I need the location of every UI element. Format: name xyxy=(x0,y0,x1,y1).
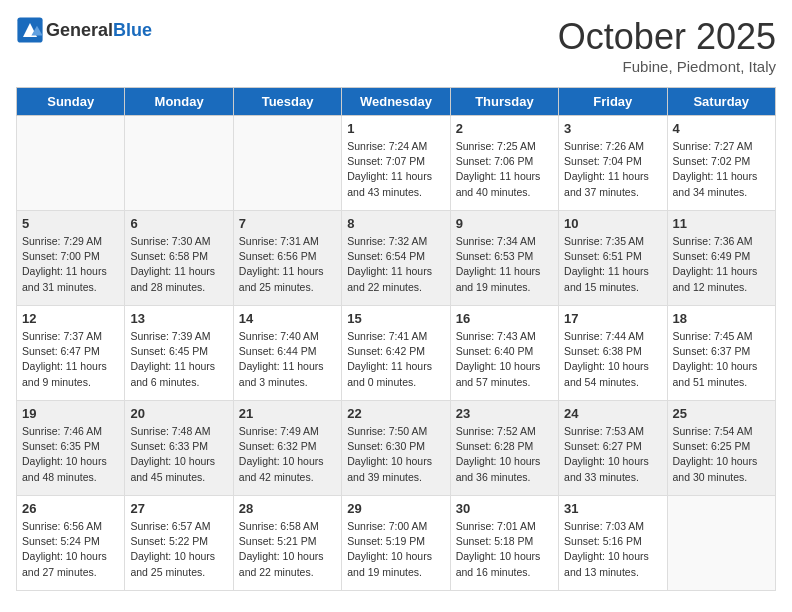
date-number: 28 xyxy=(239,501,336,516)
cell-info: Sunrise: 6:57 AM Sunset: 5:22 PM Dayligh… xyxy=(130,519,227,580)
calendar-cell: 28Sunrise: 6:58 AM Sunset: 5:21 PM Dayli… xyxy=(233,496,341,591)
date-number: 7 xyxy=(239,216,336,231)
cell-info: Sunrise: 7:25 AM Sunset: 7:06 PM Dayligh… xyxy=(456,139,553,200)
month-title: October 2025 xyxy=(558,16,776,58)
date-number: 17 xyxy=(564,311,661,326)
calendar-cell: 3Sunrise: 7:26 AM Sunset: 7:04 PM Daylig… xyxy=(559,116,667,211)
calendar-cell: 17Sunrise: 7:44 AM Sunset: 6:38 PM Dayli… xyxy=(559,306,667,401)
date-number: 26 xyxy=(22,501,119,516)
date-number: 10 xyxy=(564,216,661,231)
date-number: 18 xyxy=(673,311,770,326)
calendar-cell: 8Sunrise: 7:32 AM Sunset: 6:54 PM Daylig… xyxy=(342,211,450,306)
date-number: 25 xyxy=(673,406,770,421)
date-number: 12 xyxy=(22,311,119,326)
date-number: 5 xyxy=(22,216,119,231)
calendar-cell: 23Sunrise: 7:52 AM Sunset: 6:28 PM Dayli… xyxy=(450,401,558,496)
weekday-header-saturday: Saturday xyxy=(667,88,775,116)
date-number: 21 xyxy=(239,406,336,421)
calendar-cell: 12Sunrise: 7:37 AM Sunset: 6:47 PM Dayli… xyxy=(17,306,125,401)
cell-info: Sunrise: 7:48 AM Sunset: 6:33 PM Dayligh… xyxy=(130,424,227,485)
date-number: 11 xyxy=(673,216,770,231)
date-number: 14 xyxy=(239,311,336,326)
cell-info: Sunrise: 7:46 AM Sunset: 6:35 PM Dayligh… xyxy=(22,424,119,485)
logo-icon xyxy=(16,16,44,44)
cell-info: Sunrise: 7:29 AM Sunset: 7:00 PM Dayligh… xyxy=(22,234,119,295)
cell-info: Sunrise: 7:43 AM Sunset: 6:40 PM Dayligh… xyxy=(456,329,553,390)
cell-info: Sunrise: 7:32 AM Sunset: 6:54 PM Dayligh… xyxy=(347,234,444,295)
calendar-week-2: 5Sunrise: 7:29 AM Sunset: 7:00 PM Daylig… xyxy=(17,211,776,306)
date-number: 19 xyxy=(22,406,119,421)
cell-info: Sunrise: 7:01 AM Sunset: 5:18 PM Dayligh… xyxy=(456,519,553,580)
calendar-cell: 9Sunrise: 7:34 AM Sunset: 6:53 PM Daylig… xyxy=(450,211,558,306)
date-number: 13 xyxy=(130,311,227,326)
date-number: 20 xyxy=(130,406,227,421)
cell-info: Sunrise: 7:37 AM Sunset: 6:47 PM Dayligh… xyxy=(22,329,119,390)
cell-info: Sunrise: 7:27 AM Sunset: 7:02 PM Dayligh… xyxy=(673,139,770,200)
calendar-cell xyxy=(233,116,341,211)
date-number: 30 xyxy=(456,501,553,516)
calendar-cell xyxy=(667,496,775,591)
calendar-cell: 11Sunrise: 7:36 AM Sunset: 6:49 PM Dayli… xyxy=(667,211,775,306)
calendar-cell: 7Sunrise: 7:31 AM Sunset: 6:56 PM Daylig… xyxy=(233,211,341,306)
cell-info: Sunrise: 7:35 AM Sunset: 6:51 PM Dayligh… xyxy=(564,234,661,295)
calendar-cell xyxy=(17,116,125,211)
calendar-week-4: 19Sunrise: 7:46 AM Sunset: 6:35 PM Dayli… xyxy=(17,401,776,496)
calendar-cell: 6Sunrise: 7:30 AM Sunset: 6:58 PM Daylig… xyxy=(125,211,233,306)
calendar-cell: 19Sunrise: 7:46 AM Sunset: 6:35 PM Dayli… xyxy=(17,401,125,496)
calendar-table: SundayMondayTuesdayWednesdayThursdayFrid… xyxy=(16,87,776,591)
cell-info: Sunrise: 7:26 AM Sunset: 7:04 PM Dayligh… xyxy=(564,139,661,200)
cell-info: Sunrise: 7:39 AM Sunset: 6:45 PM Dayligh… xyxy=(130,329,227,390)
cell-info: Sunrise: 7:53 AM Sunset: 6:27 PM Dayligh… xyxy=(564,424,661,485)
cell-info: Sunrise: 7:45 AM Sunset: 6:37 PM Dayligh… xyxy=(673,329,770,390)
cell-info: Sunrise: 7:34 AM Sunset: 6:53 PM Dayligh… xyxy=(456,234,553,295)
calendar-cell: 10Sunrise: 7:35 AM Sunset: 6:51 PM Dayli… xyxy=(559,211,667,306)
calendar-cell: 16Sunrise: 7:43 AM Sunset: 6:40 PM Dayli… xyxy=(450,306,558,401)
logo-general: General xyxy=(46,20,113,40)
logo-blue: Blue xyxy=(113,20,152,40)
cell-info: Sunrise: 7:52 AM Sunset: 6:28 PM Dayligh… xyxy=(456,424,553,485)
calendar-body: 1Sunrise: 7:24 AM Sunset: 7:07 PM Daylig… xyxy=(17,116,776,591)
date-number: 27 xyxy=(130,501,227,516)
cell-info: Sunrise: 7:44 AM Sunset: 6:38 PM Dayligh… xyxy=(564,329,661,390)
page-header: GeneralBlue October 2025 Fubine, Piedmon… xyxy=(16,16,776,75)
weekday-header-thursday: Thursday xyxy=(450,88,558,116)
date-number: 1 xyxy=(347,121,444,136)
cell-info: Sunrise: 6:56 AM Sunset: 5:24 PM Dayligh… xyxy=(22,519,119,580)
cell-info: Sunrise: 7:36 AM Sunset: 6:49 PM Dayligh… xyxy=(673,234,770,295)
calendar-week-5: 26Sunrise: 6:56 AM Sunset: 5:24 PM Dayli… xyxy=(17,496,776,591)
calendar-cell: 25Sunrise: 7:54 AM Sunset: 6:25 PM Dayli… xyxy=(667,401,775,496)
calendar-cell: 30Sunrise: 7:01 AM Sunset: 5:18 PM Dayli… xyxy=(450,496,558,591)
calendar-cell: 24Sunrise: 7:53 AM Sunset: 6:27 PM Dayli… xyxy=(559,401,667,496)
calendar-cell: 13Sunrise: 7:39 AM Sunset: 6:45 PM Dayli… xyxy=(125,306,233,401)
date-number: 8 xyxy=(347,216,444,231)
weekday-header-row: SundayMondayTuesdayWednesdayThursdayFrid… xyxy=(17,88,776,116)
calendar-cell: 1Sunrise: 7:24 AM Sunset: 7:07 PM Daylig… xyxy=(342,116,450,211)
title-block: October 2025 Fubine, Piedmont, Italy xyxy=(558,16,776,75)
calendar-cell: 4Sunrise: 7:27 AM Sunset: 7:02 PM Daylig… xyxy=(667,116,775,211)
cell-info: Sunrise: 6:58 AM Sunset: 5:21 PM Dayligh… xyxy=(239,519,336,580)
date-number: 9 xyxy=(456,216,553,231)
calendar-week-1: 1Sunrise: 7:24 AM Sunset: 7:07 PM Daylig… xyxy=(17,116,776,211)
cell-info: Sunrise: 7:54 AM Sunset: 6:25 PM Dayligh… xyxy=(673,424,770,485)
date-number: 24 xyxy=(564,406,661,421)
calendar-cell: 31Sunrise: 7:03 AM Sunset: 5:16 PM Dayli… xyxy=(559,496,667,591)
date-number: 31 xyxy=(564,501,661,516)
date-number: 22 xyxy=(347,406,444,421)
calendar-cell: 26Sunrise: 6:56 AM Sunset: 5:24 PM Dayli… xyxy=(17,496,125,591)
calendar-cell: 20Sunrise: 7:48 AM Sunset: 6:33 PM Dayli… xyxy=(125,401,233,496)
location-subtitle: Fubine, Piedmont, Italy xyxy=(558,58,776,75)
calendar-cell: 15Sunrise: 7:41 AM Sunset: 6:42 PM Dayli… xyxy=(342,306,450,401)
date-number: 3 xyxy=(564,121,661,136)
cell-info: Sunrise: 7:49 AM Sunset: 6:32 PM Dayligh… xyxy=(239,424,336,485)
calendar-week-3: 12Sunrise: 7:37 AM Sunset: 6:47 PM Dayli… xyxy=(17,306,776,401)
weekday-header-friday: Friday xyxy=(559,88,667,116)
cell-info: Sunrise: 7:41 AM Sunset: 6:42 PM Dayligh… xyxy=(347,329,444,390)
date-number: 23 xyxy=(456,406,553,421)
cell-info: Sunrise: 7:24 AM Sunset: 7:07 PM Dayligh… xyxy=(347,139,444,200)
calendar-cell: 22Sunrise: 7:50 AM Sunset: 6:30 PM Dayli… xyxy=(342,401,450,496)
weekday-header-monday: Monday xyxy=(125,88,233,116)
calendar-cell: 14Sunrise: 7:40 AM Sunset: 6:44 PM Dayli… xyxy=(233,306,341,401)
calendar-cell: 27Sunrise: 6:57 AM Sunset: 5:22 PM Dayli… xyxy=(125,496,233,591)
cell-info: Sunrise: 7:03 AM Sunset: 5:16 PM Dayligh… xyxy=(564,519,661,580)
calendar-cell xyxy=(125,116,233,211)
